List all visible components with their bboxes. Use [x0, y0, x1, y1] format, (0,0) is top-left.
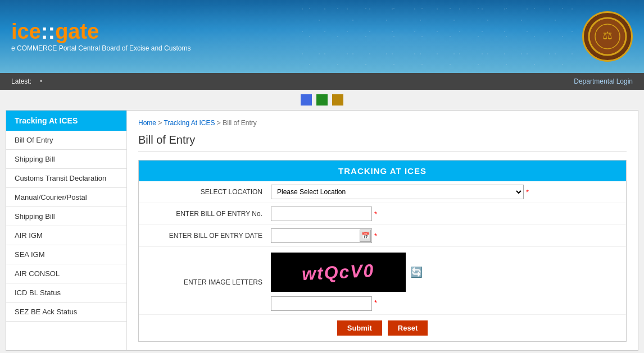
date-input-container: 📅: [271, 228, 372, 243]
site-header: ice::gate e COMMERCE Portal Central Boar…: [0, 0, 644, 73]
main-container: Tracking At ICES Bill Of Entry Shipping …: [6, 110, 638, 351]
breadcrumb-home[interactable]: Home: [138, 119, 156, 127]
top-navigation: Latest: • Departmental Login: [0, 73, 644, 90]
form-panel: TRACKING AT ICES SELECT LOCATION Please …: [138, 160, 627, 342]
select-location-required: *: [526, 188, 529, 196]
logo-container: ice::gate e COMMERCE Portal Central Boar…: [11, 21, 191, 52]
sidebar-item-shipping-bill-2[interactable]: Shipping Bill: [6, 207, 126, 226]
govt-emblem: ⚖: [582, 11, 633, 62]
breadcrumb-current: Bill of Entry: [223, 119, 257, 127]
select-location-row: SELECT LOCATION Please Select Location *: [139, 181, 626, 203]
captcha-refresh-icon[interactable]: 🔄: [410, 266, 423, 278]
calendar-icon[interactable]: 📅: [360, 230, 371, 242]
sidebar-item-manual-courier[interactable]: Manual/Courier/Postal: [6, 188, 126, 207]
captcha-row: ENTER IMAGE LETTERS wtQcV0 🔄 *: [139, 247, 626, 315]
submit-button[interactable]: Submit: [337, 320, 382, 336]
sidebar-item-icd-bl-status[interactable]: ICD BL Status: [6, 283, 126, 302]
logo-text: ice::gate: [11, 21, 191, 42]
bill-date-label: ENTER BILL OF ENTRY DATE: [147, 232, 271, 240]
breadcrumb-sep2: >: [217, 119, 221, 127]
logo-gate: gate: [55, 20, 99, 43]
departmental-login-link[interactable]: Departmental Login: [574, 77, 633, 85]
select-location-dropdown[interactable]: Please Select Location: [271, 185, 524, 199]
sidebar-item-bill-of-entry[interactable]: Bill Of Entry: [6, 131, 126, 150]
accessibility-bar: [0, 90, 644, 110]
page-title: Bill of Entry: [138, 134, 627, 152]
bill-no-row: ENTER BILL OF ENTRY No. *: [139, 203, 626, 225]
sidebar-item-customs-transit[interactable]: Customs Transit Declaration: [6, 169, 126, 188]
latest-label: Latest:: [11, 77, 31, 85]
captcha-input[interactable]: [271, 296, 372, 311]
bill-date-input-wrap: 📅 *: [271, 228, 618, 243]
logo-subtitle: e COMMERCE Portal Central Board of Excis…: [11, 44, 191, 52]
bill-no-required: *: [374, 210, 377, 218]
breadcrumb: Home > Tracking At ICES > Bill of Entry: [138, 119, 627, 127]
captcha-content: wtQcV0 🔄 *: [271, 250, 423, 311]
select-location-label: SELECT LOCATION: [147, 188, 271, 196]
bill-no-input[interactable]: [271, 207, 372, 221]
captcha-required: *: [374, 299, 377, 307]
bill-date-input[interactable]: [271, 228, 372, 243]
svg-text:⚖: ⚖: [602, 29, 613, 42]
form-panel-header: TRACKING AT ICES: [139, 161, 626, 181]
sidebar-item-sea-igm[interactable]: SEA IGM: [6, 245, 126, 264]
latest-dot: •: [40, 77, 42, 85]
bill-no-label: ENTER BILL OF ENTRY No.: [147, 210, 271, 218]
sidebar-header: Tracking At ICES: [6, 111, 126, 131]
breadcrumb-sep1: >: [158, 119, 162, 127]
sidebar-item-air-consol[interactable]: AIR CONSOL: [6, 264, 126, 283]
button-row: Submit Reset: [139, 315, 626, 341]
bill-date-row: ENTER BILL OF ENTRY DATE 📅 *: [139, 225, 626, 247]
select-location-input-wrap: Please Select Location *: [271, 185, 618, 199]
captcha-image: wtQcV0: [271, 253, 406, 292]
breadcrumb-tracking[interactable]: Tracking At ICES: [164, 119, 215, 127]
sidebar-item-sez-be-ack[interactable]: SEZ BE Ack Status: [6, 302, 126, 322]
accessibility-icon-3[interactable]: [332, 94, 343, 106]
captcha-label: ENTER IMAGE LETTERS: [147, 250, 271, 286]
reset-button[interactable]: Reset: [388, 320, 428, 336]
sidebar: Tracking At ICES Bill Of Entry Shipping …: [6, 111, 127, 350]
captcha-image-row: wtQcV0 🔄: [271, 253, 423, 292]
bill-no-input-wrap: *: [271, 207, 618, 221]
sidebar-item-shipping-bill[interactable]: Shipping Bill: [6, 150, 126, 169]
logo-ice: ice: [11, 20, 41, 43]
accessibility-icon-1[interactable]: [301, 94, 312, 106]
content-area: Home > Tracking At ICES > Bill of Entry …: [127, 111, 638, 350]
logo-dots: ::: [41, 20, 55, 43]
bill-date-required: *: [374, 232, 377, 240]
sidebar-item-air-igm[interactable]: AIR IGM: [6, 226, 126, 245]
captcha-text: wtQcV0: [301, 260, 375, 285]
accessibility-icon-2[interactable]: [316, 94, 328, 106]
